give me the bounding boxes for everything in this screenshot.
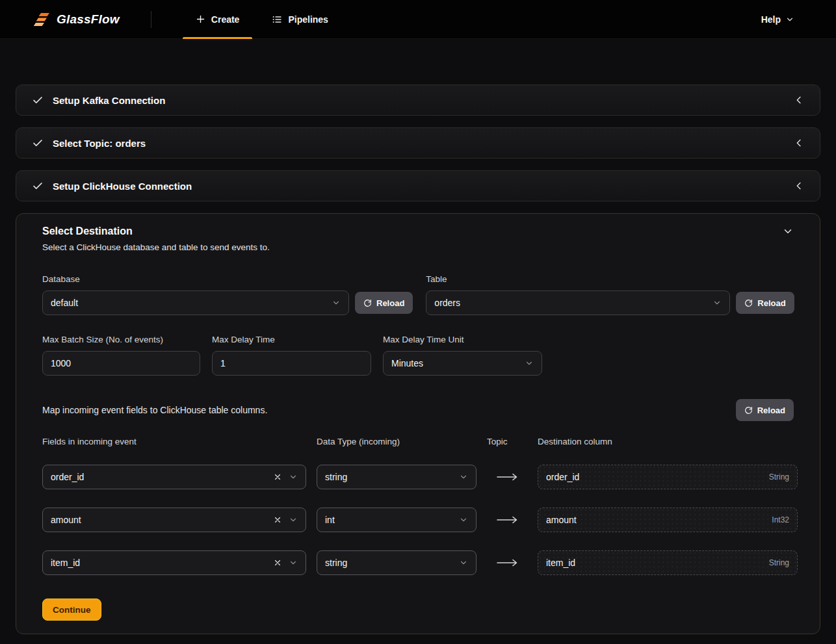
chevron-down-icon [289,558,298,567]
section-setup-clickhouse-connection[interactable]: Setup ClickHouse Connection [16,170,820,201]
chevron-down-icon [332,298,341,307]
help-label: Help [761,14,781,25]
datatype-value: string [325,558,347,568]
section-title: Select Topic: orders [53,138,146,149]
section-setup-kafka-connection[interactable]: Setup Kafka Connection [16,84,820,116]
reload-label: Reload [757,406,785,415]
list-icon [272,14,282,25]
column-header-topic: Topic [487,437,527,446]
destination-column-row-2: amount Int32 [538,508,798,532]
table-group: Table orders Reload [426,274,794,315]
close-icon[interactable] [273,472,282,482]
max-batch-size-label: Max Batch Size (No. of events) [42,335,200,344]
field-value: amount [51,515,81,525]
section-subtitle: Select a ClickHouse database and table t… [42,242,794,252]
section-select-destination: Select Destination Select a ClickHouse d… [16,213,820,634]
datatype-value: string [325,472,347,482]
glassflow-logo-icon [34,12,51,27]
continue-button[interactable]: Continue [42,599,101,621]
max-delay-time-label: Max Delay Time [212,335,371,344]
chevron-down-icon [785,15,794,24]
destination-column-row-1: order_id String [538,465,798,489]
check-icon [32,180,44,192]
destination-type: Int32 [772,515,789,524]
mapping-header-row: Map incoming event fields to ClickHouse … [42,399,794,421]
chevron-left-icon[interactable] [794,181,804,191]
field-select-row-2[interactable]: amount [42,508,306,532]
datatype-select-row-1[interactable]: string [317,465,477,489]
page-title: Select Destination [42,225,133,237]
datatype-select-row-3[interactable]: string [317,550,477,575]
refresh-icon [744,299,753,307]
section-title: Setup ClickHouse Connection [53,181,192,192]
max-delay-time-input[interactable] [212,351,371,376]
brand-name: GlassFlow [57,12,120,27]
tab-create[interactable]: Create [183,0,253,39]
database-select[interactable]: default [42,290,349,315]
max-delay-unit-value: Minutes [391,358,423,368]
top-navbar: GlassFlow Create Pipelines Help [0,0,836,39]
chevron-down-icon [289,515,298,524]
main-tabs: Create Pipelines [183,0,348,39]
destination-type: String [769,558,789,567]
field-mapping-table: Fields in incoming event Data Type (inco… [42,437,794,575]
datatype-value: int [325,515,335,525]
database-table-row: Database default Reload [42,274,794,315]
chevron-down-icon [289,472,298,482]
chevron-down-icon [712,298,722,307]
check-icon [32,137,44,149]
database-label: Database [42,274,413,284]
main-content: Setup Kafka Connection Select Topic: ord… [0,39,836,634]
field-value: order_id [51,472,84,482]
chevron-left-icon[interactable] [794,138,804,148]
max-delay-unit-select[interactable]: Minutes [383,351,542,376]
navbar-divider [151,11,151,28]
destination-name: item_id [546,558,575,568]
column-header-destination: Destination column [538,437,798,446]
table-reload-button[interactable]: Reload [736,292,794,314]
mapping-description: Map incoming event fields to ClickHouse … [42,405,267,415]
tab-pipelines-label: Pipelines [288,14,328,25]
chevron-left-icon[interactable] [794,95,804,105]
destination-type: String [769,472,789,482]
close-icon[interactable] [273,558,282,567]
brand[interactable]: GlassFlow [34,12,120,27]
field-select-row-1[interactable]: order_id [42,465,306,489]
field-select-row-3[interactable]: item_id [42,550,306,575]
arrow-right-icon [487,515,527,524]
chevron-down-icon[interactable] [782,225,794,237]
table-value: orders [434,298,460,308]
column-header-datatype: Data Type (incoming) [317,437,477,446]
chevron-down-icon [525,359,534,368]
database-group: Database default Reload [42,274,413,315]
chevron-down-icon [459,515,468,524]
refresh-icon [744,406,753,415]
mapping-reload-button[interactable]: Reload [736,399,794,421]
database-value: default [51,298,78,308]
help-menu[interactable]: Help [761,14,794,25]
field-value: item_id [51,558,80,568]
database-reload-button[interactable]: Reload [355,292,413,314]
column-header-fields: Fields in incoming event [42,437,306,446]
check-icon [32,94,44,106]
batch-delay-row: Max Batch Size (No. of events) Max Delay… [42,335,794,376]
max-batch-size-group: Max Batch Size (No. of events) [42,335,200,376]
table-label: Table [426,274,794,284]
tab-pipelines[interactable]: Pipelines [259,0,341,39]
chevron-down-icon [459,558,468,567]
section-select-topic[interactable]: Select Topic: orders [16,127,820,159]
arrow-right-icon [487,558,527,567]
max-delay-time-group: Max Delay Time [212,335,371,376]
tab-create-label: Create [211,14,240,25]
section-title: Setup Kafka Connection [53,95,165,106]
max-batch-size-input[interactable] [42,351,200,376]
close-icon[interactable] [273,515,282,524]
select-destination-header[interactable]: Select Destination [42,225,794,237]
table-select[interactable]: orders [426,290,730,315]
reload-label: Reload [757,298,785,308]
max-delay-unit-group: Max Delay Time Unit Minutes [383,335,542,376]
datatype-select-row-2[interactable]: int [317,508,477,532]
chevron-down-icon [459,472,468,482]
arrow-right-icon [487,472,527,482]
plus-icon [196,14,205,24]
